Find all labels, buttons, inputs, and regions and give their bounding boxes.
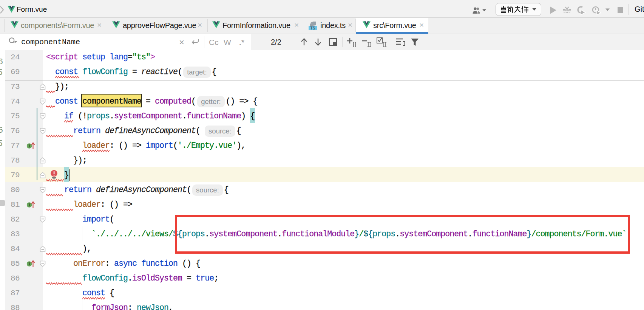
svg-text:TS: TS (310, 26, 315, 30)
